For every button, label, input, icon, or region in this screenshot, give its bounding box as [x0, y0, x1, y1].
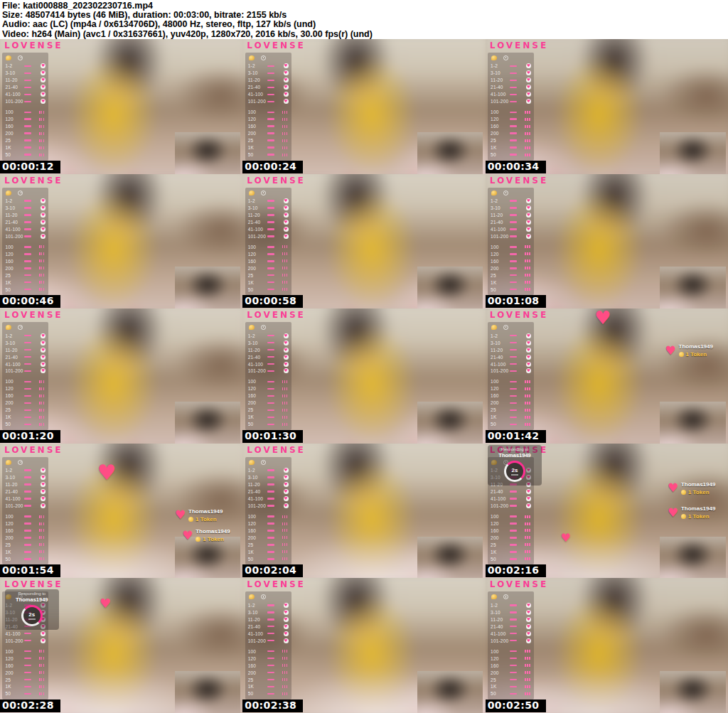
tip-menu-value-blur	[24, 476, 31, 478]
clock-icon	[261, 55, 266, 60]
tip-menu-value-blur	[24, 289, 31, 291]
lovense-watermark: LOVENSE	[4, 579, 63, 589]
vibration-pattern-icon	[282, 650, 289, 653]
tip-menu-range-label: 21-40	[248, 85, 267, 90]
vibration-pattern-icon	[282, 274, 289, 277]
tip-menu-range-row: 41-100♥	[491, 225, 531, 232]
tip-menu-level-label: 160	[5, 124, 24, 129]
vibration-pattern-icon	[525, 387, 531, 390]
heart-icon: ♥	[526, 355, 531, 360]
tip-menu-value-blur	[267, 658, 274, 660]
tip-menu-value-blur	[24, 267, 31, 269]
heart-icon: ♥	[284, 617, 289, 622]
tip-menu-range-label: 101-200	[491, 503, 510, 508]
tip-menu-level-row: 50	[491, 286, 531, 293]
tip-menu-level-label: 160	[248, 528, 267, 533]
heart-icon: ♥	[41, 234, 46, 239]
heart-icon: ♥	[284, 638, 289, 643]
heart-icon: ♥	[175, 509, 186, 521]
heart-icon: ♥	[41, 348, 46, 353]
vibration-pattern-icon	[282, 259, 289, 262]
vibration-pattern-icon	[39, 685, 46, 688]
tip-menu-value-blur	[24, 274, 31, 277]
tip-menu-value-blur	[24, 469, 31, 471]
coin-icon	[491, 191, 497, 195]
heart-icon: ♥	[41, 362, 46, 367]
vibration-pattern-icon	[282, 685, 289, 688]
tip-menu-level-row: 200	[5, 669, 46, 676]
tip-menu-level-label: 200	[248, 131, 267, 136]
tip-menu-value-blur	[510, 80, 517, 82]
tip-menu-value-blur	[267, 672, 274, 674]
secondary-cam-pip	[417, 402, 483, 444]
tip-menu-range-label: 3-10	[5, 205, 24, 210]
tip-menu-range-label: 21-40	[5, 355, 24, 360]
pip-image-placeholder	[175, 132, 240, 174]
tip-menu-value-blur	[267, 356, 274, 358]
vibration-pattern-icon	[282, 515, 289, 518]
pip-image-placeholder	[417, 402, 483, 444]
heart-icon: ♥	[284, 368, 289, 373]
tip-menu-value-blur	[267, 537, 274, 539]
tip-menu-value-blur	[24, 424, 31, 426]
tip-menu-header	[249, 191, 289, 195]
tip-menu-level-label: 1K	[5, 550, 24, 554]
tip-menu-value-blur	[510, 370, 517, 372]
heart-icon: ♥	[41, 482, 46, 487]
tip-menu-level-label: 160	[248, 663, 267, 668]
tip-menu-range-label: 11-20	[5, 348, 24, 353]
tip-menu-level-row: 1K	[491, 144, 531, 151]
vibration-pattern-icon	[39, 536, 46, 539]
vibration-pattern-icon	[39, 671, 46, 674]
tipper-username: Thomas1949	[681, 505, 715, 512]
tip-menu-level-label: 200	[5, 400, 24, 405]
pip-image-placeholder	[417, 132, 483, 174]
vibration-pattern-icon	[525, 664, 531, 667]
vibration-pattern-icon	[282, 529, 289, 532]
tip-menu-value-blur	[267, 246, 274, 248]
tip-menu-range-row: 101-200♥	[491, 232, 531, 240]
vibration-pattern-icon	[282, 557, 289, 560]
countdown-seconds: 2s	[512, 467, 518, 473]
tip-menu-value-blur	[510, 679, 517, 681]
tip-menu-level-label: 100	[248, 514, 267, 519]
tip-menu-value-blur	[24, 94, 31, 96]
vibration-pattern-icon	[282, 125, 289, 128]
tip-menu-value-blur	[510, 214, 517, 216]
tip-menu-range-row: 101-200♥	[248, 232, 289, 240]
tip-menu-value-blur	[510, 139, 517, 141]
tip-menu-level-row: 160	[491, 257, 531, 264]
vibration-pattern-icon	[39, 111, 46, 114]
tip-menu-level-row: 120	[248, 520, 289, 527]
heart-icon: ♥	[526, 503, 531, 508]
tip-menu-level-row: 160	[5, 392, 46, 400]
tip-menu-range-label: 101-200	[491, 234, 510, 239]
vibration-pattern-icon	[282, 671, 289, 674]
tip-menu-value-blur	[510, 650, 517, 653]
tip-menu-value-blur	[24, 370, 31, 372]
tip-menu-value-blur	[24, 80, 31, 82]
tip-menu-level-row: 100	[248, 378, 289, 385]
tip-menu-value-blur	[510, 349, 517, 351]
tip-menu-value-blur	[267, 289, 274, 291]
tip-menu-range-row: 11-20♥	[248, 77, 289, 84]
tip-menu-level-label: 25	[491, 273, 510, 278]
tip-menu-value-blur	[267, 544, 274, 546]
frame-timestamp: 00:01:30	[242, 430, 303, 443]
tip-menu-level-label: 50	[5, 152, 24, 157]
tip-menu-level-label: 100	[248, 379, 267, 384]
tip-menu-level-row: 50	[248, 286, 289, 293]
vibration-pattern-icon	[525, 409, 531, 412]
tip-menu-value-blur	[267, 409, 274, 412]
tip-menu-level-row: 100	[491, 513, 531, 520]
tip-menu-range-row: 1-2♥	[5, 198, 46, 205]
tip-amount: 1 Token	[681, 489, 715, 495]
tip-menu-level-row: 1K	[5, 279, 46, 286]
tip-menu-range-row: 11-20♥	[248, 616, 289, 623]
vibration-pattern-icon	[525, 259, 531, 262]
vibration-pattern-icon	[282, 267, 289, 269]
tip-menu-value-blur	[267, 80, 274, 82]
tip-menu-overlay: 1-2♥3-10♥11-20♥21-40♥41-100♥101-200♥1001…	[2, 322, 48, 430]
tip-menu-value-blur	[510, 274, 517, 277]
tip-menu-level-row: 200	[5, 400, 46, 407]
